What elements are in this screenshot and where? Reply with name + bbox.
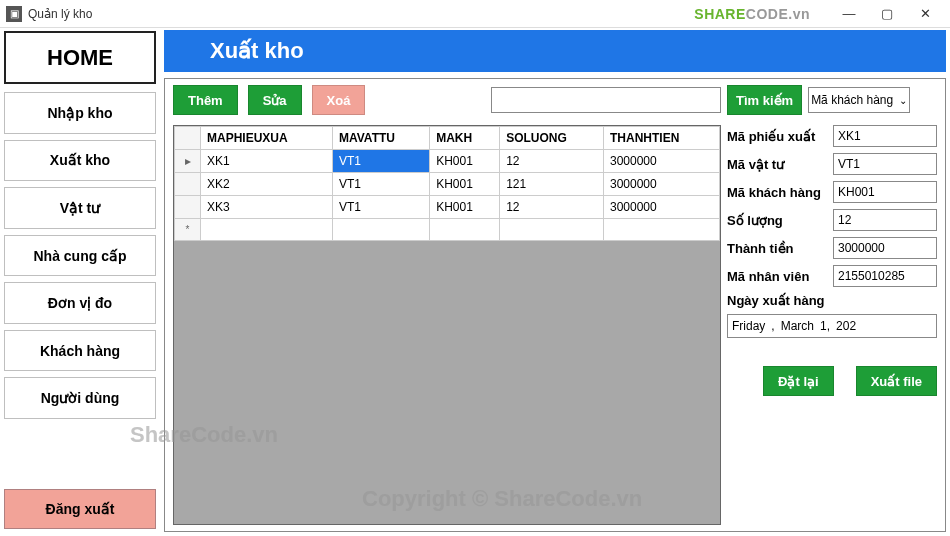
input-makh[interactable] [833, 181, 937, 203]
label-maphieuxuat: Mã phiếu xuất [727, 129, 829, 144]
table-new-row[interactable]: * [175, 219, 720, 241]
close-button[interactable]: ✕ [906, 0, 944, 28]
nav-don-vi-do[interactable]: Đơn vị đo [4, 282, 156, 324]
table-header-row: MAPHIEUXUA MAVATTU MAKH SOLUONG THANHTIE… [175, 127, 720, 150]
minimize-button[interactable]: — [830, 0, 868, 28]
col-makh[interactable]: MAKH [430, 127, 500, 150]
filter-selected-value: Mã khách hàng [811, 93, 893, 107]
col-maphieuxua[interactable]: MAPHIEUXUA [201, 127, 333, 150]
nav-khach-hang[interactable]: Khách hàng [4, 330, 156, 372]
table-row[interactable]: XK2VT1KH0011213000000 [175, 173, 720, 196]
input-manv[interactable] [833, 265, 937, 287]
date-picker[interactable]: Friday , March 1, 202 [727, 314, 937, 338]
grid-empty-area [174, 241, 720, 441]
titlebar: ▣ Quản lý kho — ▢ ✕ [0, 0, 950, 28]
input-mavattu[interactable] [833, 153, 937, 175]
input-soluong[interactable] [833, 209, 937, 231]
reset-button[interactable]: Đặt lại [763, 366, 834, 396]
data-grid[interactable]: MAPHIEUXUA MAVATTU MAKH SOLUONG THANHTIE… [173, 125, 721, 525]
nav-nguoi-dung[interactable]: Người dùng [4, 377, 156, 419]
maximize-button[interactable]: ▢ [868, 0, 906, 28]
label-thanhtien: Thành tiền [727, 241, 829, 256]
nav-nha-cung-cap[interactable]: Nhà cung cấp [4, 235, 156, 277]
chevron-down-icon: ⌄ [899, 95, 907, 106]
delete-button[interactable]: Xoá [312, 85, 366, 115]
label-mavattu: Mã vật tư [727, 157, 829, 172]
sidebar: HOME Nhập kho Xuất kho Vật tư Nhà cung c… [0, 28, 160, 536]
filter-select[interactable]: Mã khách hàng ⌄ [808, 87, 910, 113]
input-maphieuxuat[interactable] [833, 125, 937, 147]
col-soluong[interactable]: SOLUONG [500, 127, 604, 150]
window-title: Quản lý kho [28, 7, 92, 21]
nav-xuat-kho[interactable]: Xuất kho [4, 140, 156, 182]
page-title: Xuất kho [164, 30, 946, 72]
logout-button[interactable]: Đăng xuất [4, 489, 156, 529]
table-row[interactable]: XK3VT1KH001123000000 [175, 196, 720, 219]
label-makh: Mã khách hàng [727, 185, 829, 200]
col-thanhtien[interactable]: THANHTIEN [603, 127, 719, 150]
export-button[interactable]: Xuất file [856, 366, 937, 396]
table-row[interactable]: ▸XK1VT1KH001123000000 [175, 150, 720, 173]
col-mavattu[interactable]: MAVATTU [332, 127, 429, 150]
home-button[interactable]: HOME [4, 31, 156, 84]
edit-button[interactable]: Sửa [248, 85, 302, 115]
add-button[interactable]: Thêm [173, 85, 238, 115]
search-button[interactable]: Tìm kiếm [727, 85, 802, 115]
label-soluong: Số lượng [727, 213, 829, 228]
input-thanhtien[interactable] [833, 237, 937, 259]
label-manv: Mã nhân viên [727, 269, 829, 284]
search-input[interactable] [491, 87, 721, 113]
label-date: Ngày xuất hàng [727, 293, 937, 308]
nav-nhap-kho[interactable]: Nhập kho [4, 92, 156, 134]
app-icon: ▣ [6, 6, 22, 22]
nav-vat-tu[interactable]: Vật tư [4, 187, 156, 229]
